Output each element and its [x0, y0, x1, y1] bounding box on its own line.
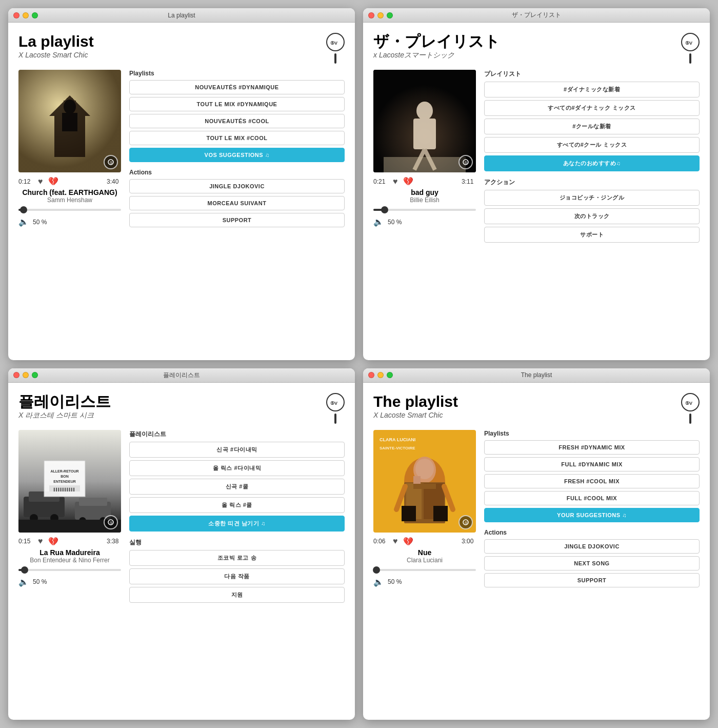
- heart-button[interactable]: ♥: [38, 177, 43, 186]
- playlist-button-1[interactable]: TOUT LE MIX #DYNAMIQUE: [129, 97, 345, 111]
- playlist-button-4[interactable]: あなたのおめすすめ♫: [484, 155, 700, 171]
- titlebar-title: La playlist: [168, 12, 195, 19]
- playlist-button-4[interactable]: VOS SUGGESTIONS ♫: [129, 148, 345, 162]
- playlist-button-0[interactable]: 신곡 #다이내믹: [129, 442, 345, 458]
- header-icon-block: ⑤V: [326, 33, 345, 64]
- volume-icon[interactable]: 🔈: [373, 217, 384, 227]
- action-button-2[interactable]: 지원: [129, 587, 345, 603]
- volume-icon[interactable]: 🔈: [373, 577, 384, 587]
- actions-section-title: アクション: [484, 178, 700, 187]
- heart-button[interactable]: ♥: [393, 537, 398, 546]
- playlist-button-3[interactable]: 올 릭스 #쿨: [129, 497, 345, 513]
- heart-button[interactable]: ♥: [38, 537, 43, 546]
- album-overlay-icon: ⑤: [104, 515, 118, 529]
- maximize-button[interactable]: [387, 372, 393, 378]
- broken-heart-button[interactable]: 💔: [403, 176, 413, 186]
- brand-icon: ⑤V: [326, 33, 345, 51]
- maximize-button[interactable]: [32, 12, 38, 18]
- actions-section-title: 실행: [129, 538, 345, 547]
- mic-icon: [689, 414, 691, 424]
- action-button-1[interactable]: NEXT SONG: [484, 556, 700, 570]
- minimize-button[interactable]: [377, 12, 384, 18]
- window-ja: ザ・プレイリスト ザ・プレイリスト x Lacosteスマートシック ⑤V ⑤ …: [363, 8, 710, 360]
- app-subtitle: X 라코스테 스마트 시크: [18, 411, 111, 420]
- album-section: ⑤ 0:12 ♥ 💔 3:40 Church (feat. EARTHGANG)…: [18, 70, 121, 352]
- action-button-1[interactable]: MORCEAU SUIVANT: [129, 196, 345, 210]
- svg-rect-8: [70, 131, 79, 157]
- playlist-button-2[interactable]: NOUVEAUTÉS #COOL: [129, 114, 345, 128]
- playlist-button-2[interactable]: 신곡 #쿨: [129, 479, 345, 495]
- playlist-button-0[interactable]: FRESH #DYNAMIC MIX: [484, 440, 700, 455]
- track-info: Church (feat. EARTHGANG) Samm Henshaw: [18, 188, 121, 204]
- close-button[interactable]: [13, 12, 19, 18]
- progress-bar[interactable]: [18, 569, 121, 571]
- maximize-button[interactable]: [32, 372, 38, 378]
- time-total: 3:40: [107, 178, 121, 185]
- player-controls: 0:12 ♥ 💔 3:40: [18, 176, 121, 186]
- playlist-button-0[interactable]: NOUVEAUTÉS #DYNAMIQUE: [129, 80, 345, 94]
- album-art: ⑤: [373, 70, 476, 172]
- svg-rect-12: [62, 113, 77, 131]
- maximize-button[interactable]: [387, 12, 393, 18]
- progress-bar[interactable]: [373, 569, 476, 571]
- app-title: La playlist: [18, 33, 94, 50]
- action-button-1[interactable]: 次のトラック: [484, 208, 700, 224]
- playlist-button-3[interactable]: すべての#クール ミックス: [484, 137, 700, 153]
- broken-heart-button[interactable]: 💔: [48, 537, 58, 546]
- action-button-0[interactable]: JINGLE DJOKOVIC: [129, 179, 345, 193]
- volume-icon[interactable]: 🔈: [18, 577, 29, 587]
- app-header: La playlist X Lacoste Smart Chic ⑤V: [18, 33, 345, 64]
- album-overlay-icon: ⑤: [458, 155, 473, 169]
- minimize-button[interactable]: [23, 372, 29, 378]
- mic-icon: [334, 414, 336, 424]
- brand-icon: ⑤V: [681, 33, 700, 51]
- progress-knob[interactable]: [20, 206, 27, 213]
- action-button-0[interactable]: 조코빅 로고 송: [129, 550, 345, 566]
- action-button-0[interactable]: ジョコビッチ・ジングル: [484, 190, 700, 206]
- close-button[interactable]: [13, 372, 19, 378]
- minimize-button[interactable]: [377, 372, 384, 378]
- right-panel: プレイリスト#ダイナミックな新着すべての#ダイナミック ミックス#クールな新着す…: [484, 70, 700, 352]
- volume-icon[interactable]: 🔈: [18, 217, 29, 227]
- playlist-button-3[interactable]: TOUT LE MIX #COOL: [129, 131, 345, 145]
- title-block: 플레이리스트 X 라코스테 스마트 시크: [18, 393, 111, 420]
- action-button-2[interactable]: SUPPORT: [129, 213, 345, 227]
- svg-rect-19: [413, 119, 436, 149]
- playlist-button-1[interactable]: すべての#ダイナミック ミックス: [484, 100, 700, 116]
- action-button-2[interactable]: SUPPORT: [484, 573, 700, 587]
- album-section: ALLER-RETOUR BON ENTENDEUR ▌▌▌▌▌▌▌▌▌▌ ⑤ …: [18, 430, 121, 712]
- playlist-button-2[interactable]: FRESH #COOL MIX: [484, 474, 700, 488]
- playlist-button-4[interactable]: 소중한 띠견 남기기 ♫: [129, 516, 345, 532]
- album-overlay-icon: ⑤: [104, 155, 118, 169]
- titlebar-buttons: [368, 372, 393, 378]
- player-controls: 0:15 ♥ 💔 3:38: [18, 537, 121, 546]
- progress-knob[interactable]: [373, 566, 380, 574]
- action-button-1[interactable]: 다음 작품: [129, 568, 345, 584]
- window-fr: La playlist La playlist X Lacoste Smart …: [8, 8, 355, 360]
- action-button-0[interactable]: JINGLE DJOKOVIC: [484, 539, 700, 554]
- progress-bar[interactable]: [373, 209, 476, 211]
- action-button-2[interactable]: サポート: [484, 227, 700, 243]
- playlist-button-1[interactable]: FULL #DYNAMIC MIX: [484, 457, 700, 471]
- broken-heart-button[interactable]: 💔: [403, 537, 413, 546]
- volume-row: 🔈 50 %: [373, 217, 476, 227]
- playlist-button-4[interactable]: YOUR SUGGESTIONS ♫: [484, 508, 700, 522]
- progress-knob[interactable]: [381, 206, 388, 213]
- playlist-button-2[interactable]: #クールな新着: [484, 119, 700, 134]
- heart-button[interactable]: ♥: [393, 177, 398, 186]
- volume-label: 50 %: [388, 578, 402, 585]
- app-header: The playlist X Lacoste Smart Chic ⑤V: [373, 393, 700, 424]
- progress-knob[interactable]: [21, 566, 28, 574]
- playlists-section-title: 플레이리스트: [129, 430, 345, 439]
- playlist-button-0[interactable]: #ダイナミックな新着: [484, 82, 700, 97]
- progress-bar[interactable]: [18, 209, 121, 211]
- close-button[interactable]: [368, 372, 374, 378]
- broken-heart-button[interactable]: 💔: [48, 176, 58, 186]
- track-info: bad guy Billie Eilish: [373, 188, 476, 204]
- titlebar-buttons: [13, 12, 38, 18]
- playlist-button-1[interactable]: 올 릭스 #다이내믹: [129, 460, 345, 476]
- close-button[interactable]: [368, 12, 374, 18]
- playlist-button-3[interactable]: FULL #COOL MIX: [484, 491, 700, 505]
- time-current: 0:06: [373, 538, 388, 545]
- minimize-button[interactable]: [23, 12, 29, 18]
